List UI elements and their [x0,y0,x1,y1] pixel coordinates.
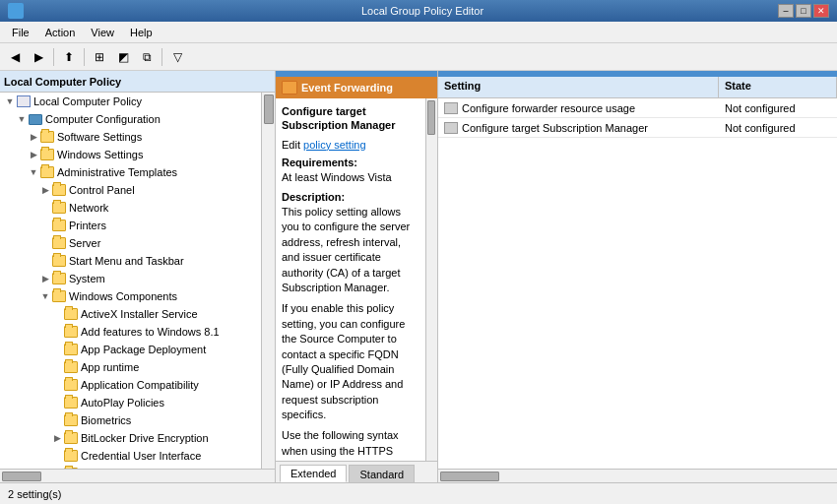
view-menu[interactable]: View [83,25,122,40]
desc-setting-title: Configure target Subscription Manager [282,104,419,133]
tree-node-system[interactable]: ▶ System [0,270,261,287]
expand-icon[interactable]: ▼ [28,166,39,178]
help-menu[interactable]: Help [122,25,161,40]
tree-node-windows-components[interactable]: ▼ Windows Components [0,287,261,305]
tree-node-label: Credential User Interface [81,450,201,462]
tree-node-label: App runtime [81,361,139,373]
new-window-button[interactable]: ⧉ [136,46,158,68]
desc-edit-line: Edit policy setting [282,139,419,151]
tree-scroll-container: ▼ Local Computer Policy ▼ Computer Confi… [0,93,275,469]
tree-node-bitlocker[interactable]: ▶ BitLocker Drive Encryption [0,429,261,447]
minimize-button[interactable]: – [778,4,794,18]
tree-node-app-compat[interactable]: Application Compatibility [0,376,261,394]
expand-icon[interactable]: ▶ [39,184,51,196]
folder-icon [51,183,67,197]
settings-cell-name-1: Configure forwarder resource usage [438,100,719,116]
desc-vert-scrollbar[interactable] [425,98,437,461]
tree-node-label: Local Computer Policy [33,95,142,107]
settings-horiz-thumb[interactable] [440,472,499,481]
back-button[interactable]: ◀ [4,46,26,68]
folder-icon [63,449,79,463]
folder-icon [63,467,79,469]
settings-name-text-2: Configure target Subscription Manager [462,122,648,134]
desc-panel-body: Configure target Subscription Manager Ed… [276,98,437,461]
forward-button[interactable]: ▶ [28,46,49,68]
tree-node-server[interactable]: Server [0,234,261,252]
tab-standard[interactable]: Standard [349,465,415,482]
tree-node-label: Administrative Templates [57,166,177,178]
desc-header-folder-icon [282,81,297,94]
tree-node-label: Application Compatibility [81,379,199,391]
tree-node-software-settings[interactable]: ▶ Software Settings [0,128,261,146]
tree-horiz-scrollbar[interactable] [0,469,275,482]
tree-node-label: Add features to Windows 8.1 [81,326,220,338]
tree-vert-scrollbar[interactable] [261,93,275,469]
properties-button[interactable]: ⊞ [89,46,110,68]
tree-node-label: BitLocker Drive Encryption [81,432,209,444]
folder-icon [39,165,55,179]
tree-node-app-runtime[interactable]: App runtime [0,358,261,376]
tree-node-app-package[interactable]: App Package Deployment [0,341,261,358]
settings-name-text-1: Configure forwarder resource usage [462,102,635,114]
expand-icon[interactable]: ▶ [39,273,51,284]
expand-icon[interactable]: ▶ [51,432,63,444]
folder-icon [51,289,67,303]
expand-icon[interactable]: ▼ [16,113,28,125]
toolbar-separator-1 [53,48,54,66]
action-menu[interactable]: Action [37,25,84,40]
desc-edit-link[interactable]: policy setting [303,139,366,151]
desc-edit-prefix: Edit [282,139,303,151]
folder-icon [63,360,79,374]
tree-node-network[interactable]: Network [0,199,261,217]
tree-node-printers[interactable]: Printers [0,217,261,234]
desc-panel-tabs: Extended Standard [276,461,437,482]
folder-icon [51,219,67,232]
monitor-icon [28,112,43,126]
tree-node-control-panel[interactable]: ▶ Control Panel [0,181,261,199]
app-icon [8,3,24,19]
tree-node-computer-config[interactable]: ▼ Computer Configuration [0,110,261,128]
settings-cell-state-1: Not configured [719,100,837,116]
folder-icon [63,343,79,356]
tree-node-label: AutoPlay Policies [81,397,164,409]
expand-icon[interactable]: ▶ [28,149,39,160]
maximize-button[interactable]: □ [796,4,811,18]
tree-node-credential[interactable]: Credential User Interface [0,447,261,465]
file-menu[interactable]: File [4,25,37,40]
tree-node-label: Printers [69,220,106,231]
tree-node-label: Computer Configuration [45,113,161,125]
expand-icon[interactable]: ▶ [28,131,39,143]
tree-node-activex[interactable]: ActiveX Installer Service [0,305,261,323]
tree-scroll-thumb[interactable] [264,94,274,124]
view-button[interactable]: ◩ [112,46,134,68]
tree-node-add-features[interactable]: Add features to Windows 8.1 [0,323,261,341]
desc-scroll-thumb[interactable] [427,100,435,135]
toolbar-separator-2 [84,48,85,66]
folder-icon [63,413,79,427]
desc-description-label: Description: [282,191,419,203]
settings-row-icon-2 [444,122,458,134]
tree-horiz-thumb[interactable] [2,472,41,481]
expand-icon[interactable]: ▼ [39,290,51,302]
settings-horiz-scrollbar[interactable] [438,469,837,482]
tree-node-local-computer-policy[interactable]: ▼ Local Computer Policy [0,93,261,110]
tree-scroll[interactable]: ▼ Local Computer Policy ▼ Computer Confi… [0,93,261,469]
tree-node-autoplay[interactable]: AutoPlay Policies [0,394,261,411]
close-button[interactable]: ✕ [813,4,829,18]
settings-row-1[interactable]: Configure forwarder resource usage Not c… [438,98,837,118]
expand-icon[interactable]: ▼ [4,95,16,107]
tree-node-start-menu[interactable]: Start Menu and Taskbar [0,252,261,270]
tab-extended[interactable]: Extended [280,465,347,482]
computer-node-icon [16,94,32,108]
status-text: 2 setting(s) [8,488,61,500]
up-button[interactable]: ⬆ [58,46,80,68]
tree-node-admin-templates[interactable]: ▼ Administrative Templates [0,163,261,181]
tree-panel: Local Computer Policy ▼ Local Computer P… [0,71,276,482]
tree-node-windows-settings[interactable]: ▶ Windows Settings [0,146,261,163]
tree-node-biometrics[interactable]: Biometrics [0,411,261,429]
toolbar-separator-3 [161,48,162,66]
desc-paragraph-3: Use the following syntax when using the … [282,428,419,461]
settings-row-2[interactable]: Configure target Subscription Manager No… [438,118,837,138]
folder-icon [51,236,67,250]
filter-button[interactable]: ▽ [166,46,188,68]
